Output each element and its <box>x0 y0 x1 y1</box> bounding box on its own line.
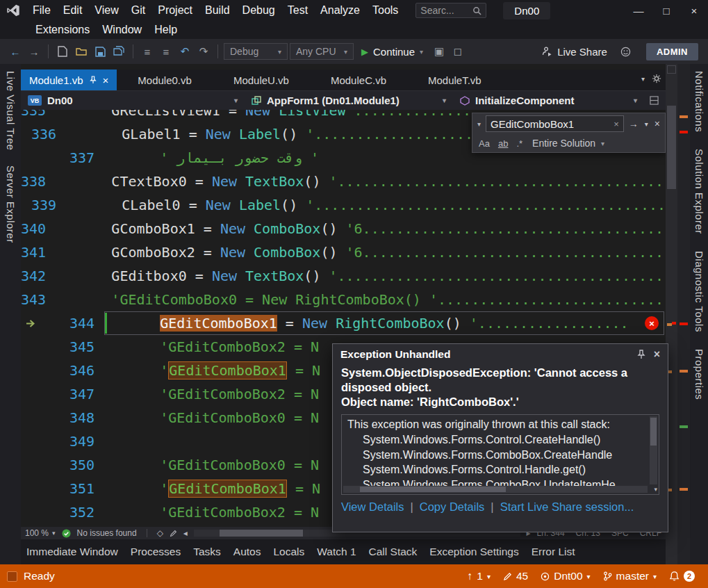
tab-modulet-vb[interactable]: ModuleT.vb <box>407 70 502 90</box>
type-dropdown[interactable]: AppForm1 (Dn01.Module1) ▾ <box>245 91 453 110</box>
panel-tab-autos[interactable]: Autos <box>233 546 261 558</box>
live-share-button[interactable]: Live Share <box>541 46 607 58</box>
save-all-icon[interactable] <box>110 43 127 60</box>
panel-tab-error-list[interactable]: Error List <box>532 546 575 558</box>
maximize-button[interactable]: □ <box>652 1 680 20</box>
pin-icon[interactable] <box>90 76 97 84</box>
panel-tab-call-stack[interactable]: Call Stack <box>369 546 418 558</box>
callstack-vertical-scrollbar[interactable] <box>650 416 657 484</box>
menu-item-build[interactable]: Build <box>199 2 236 19</box>
code-line-344[interactable]: 344 GEditComboBox1 = New RightComboBox()… <box>21 311 666 335</box>
breakpoint-gutter[interactable] <box>21 382 42 406</box>
background-tasks-icon[interactable] <box>7 571 17 582</box>
splitter-grip[interactable] <box>667 65 676 74</box>
tab-module1-vb[interactable]: Module1.vb× <box>21 70 117 90</box>
find-input[interactable]: GEditComboBox1 × <box>486 115 624 132</box>
error-icon[interactable]: × <box>645 316 659 330</box>
outdent-icon[interactable]: ≡ <box>139 43 156 60</box>
navigate-back-icon[interactable]: ← <box>7 43 24 60</box>
notifications-button[interactable]: 2 <box>663 571 701 582</box>
code-line-338[interactable]: 338 CTextBox0 = New TextBox() '.........… <box>21 170 666 193</box>
panel-tab-tasks[interactable]: Tasks <box>193 546 221 558</box>
match-case-toggle[interactable]: Aa <box>479 138 490 149</box>
minimize-button[interactable]: — <box>625 1 652 20</box>
tab-moduleu-vb[interactable]: ModuleU.vb <box>213 70 310 90</box>
code-text[interactable]: 'GEditComboBox2 = N <box>110 386 319 402</box>
panel-tab-watch-1[interactable]: Watch 1 <box>317 546 356 558</box>
find-next-icon[interactable]: → <box>627 118 640 129</box>
menu-item-tools[interactable]: Tools <box>366 2 404 19</box>
breakpoint-gutter[interactable] <box>21 406 42 430</box>
member-dropdown[interactable]: InitializeComponent ▾ <box>453 91 666 110</box>
code-line-340[interactable]: 340 GComboBox1 = New ComboBox() '6......… <box>21 217 666 240</box>
menu-item-analyze[interactable]: Analyze <box>314 2 366 19</box>
code-text[interactable]: GComboBox2 = New ComboBox() '6..........… <box>61 244 666 261</box>
gear-icon[interactable] <box>652 74 661 83</box>
menu-item-file[interactable]: File <box>26 2 57 19</box>
health-status[interactable]: No issues found <box>77 528 137 538</box>
code-line-341[interactable]: 341 GComboBox2 = New ComboBox() '6......… <box>21 240 666 264</box>
scrollbar-thumb[interactable] <box>667 106 676 189</box>
breakpoint-gutter[interactable] <box>21 122 31 146</box>
close-tab-icon[interactable]: × <box>103 74 109 86</box>
platform-dropdown[interactable]: Any CPU ▾ <box>290 43 354 60</box>
tool-tab-notifications[interactable]: Notifications <box>693 71 705 132</box>
expand-replace-icon[interactable]: ▾ <box>476 120 482 128</box>
code-text[interactable]: ' وقت حضور بـيمار ' <box>110 149 319 166</box>
code-text[interactable]: GEditbox0 = New TextBox() '.............… <box>61 268 666 284</box>
menu-item-window[interactable]: Window <box>96 22 148 38</box>
close-find-icon[interactable]: × <box>653 118 661 129</box>
tool-tab-server-explorer[interactable]: Server Explorer <box>5 165 17 243</box>
breakpoint-gutter[interactable] <box>21 430 42 453</box>
edit-tracking-icon[interactable] <box>170 530 177 537</box>
regex-toggle[interactable]: .* <box>516 138 522 149</box>
tool-tab-live-visual-tree[interactable]: Live Visual Tree <box>5 71 17 150</box>
search-input[interactable]: Searc... <box>415 3 486 18</box>
scroll-left-icon[interactable]: ◂ <box>183 528 188 538</box>
code-text[interactable]: 'GEditComboBox1 = N <box>110 362 320 379</box>
menu-item-debug[interactable]: Debug <box>236 2 281 19</box>
code-text[interactable]: CLabel0 = New Label() '.................… <box>72 197 666 213</box>
code-line-339[interactable]: 339 CLabel0 = New Label() '.............… <box>21 193 666 217</box>
branch-button[interactable]: master ▾ <box>597 570 663 582</box>
outgoing-commits-button[interactable]: ↑ 1 ▾ <box>461 570 497 582</box>
chevron-down-icon[interactable]: ▾ <box>643 120 650 128</box>
breakpoint-gutter[interactable] <box>21 453 42 477</box>
panel-tab-immediate-window[interactable]: Immediate Window <box>26 546 118 558</box>
code-text[interactable]: 'GEditComboBox1 = N <box>110 480 320 497</box>
breakpoint-gutter[interactable] <box>21 311 42 335</box>
continue-button[interactable]: ▶ Continue ▾ <box>356 46 429 58</box>
exception-link-view-details[interactable]: View Details <box>341 500 404 514</box>
active-files-dropdown-icon[interactable]: ▾ <box>641 75 645 83</box>
tool-tab-properties[interactable]: Properties <box>693 349 705 400</box>
menu-item-help[interactable]: Help <box>148 22 183 38</box>
menu-item-edit[interactable]: Edit <box>57 2 89 19</box>
break-all-icon[interactable]: ▣ <box>431 43 447 60</box>
code-text[interactable]: GEditComboBox1 = New RightComboBox() '..… <box>110 315 629 332</box>
redo-icon[interactable]: ↷ <box>195 43 212 60</box>
navigate-forward-icon[interactable]: → <box>26 43 42 60</box>
feedback-icon[interactable] <box>618 43 634 60</box>
code-text[interactable]: 'GEditComboBox2 = N <box>110 504 319 521</box>
tool-tab-diagnostic-tools[interactable]: Diagnostic Tools <box>693 251 705 332</box>
repository-button[interactable]: Dnt00 ▾ <box>534 570 596 582</box>
admin-badge[interactable]: ADMIN <box>646 43 698 60</box>
indent-icon[interactable]: ≡ <box>158 43 174 60</box>
project-dropdown[interactable]: VB Dn00 ▾ <box>21 91 245 110</box>
scroll-down-icon[interactable]: ▾ <box>654 486 657 493</box>
callstack-horizontal-scrollbar[interactable] <box>343 486 648 493</box>
menu-item-project[interactable]: Project <box>151 2 199 19</box>
breakpoint-gutter[interactable] <box>21 193 31 217</box>
breakpoint-gutter[interactable] <box>21 335 42 359</box>
search-scope-dropdown[interactable]: Entire Solution ▾ <box>532 138 604 149</box>
code-line-343[interactable]: 343 'GEditComboBox0 = New RightComboBox(… <box>21 288 666 311</box>
match-word-toggle[interactable]: ab <box>498 138 508 149</box>
code-text[interactable]: 'GEditComboBox2 = N <box>110 338 319 355</box>
code-text[interactable]: 'GEditComboBox0 = N <box>110 457 319 473</box>
close-popup-icon[interactable]: × <box>654 348 660 361</box>
exception-link-copy-details[interactable]: Copy Details <box>420 500 485 514</box>
breakpoint-gutter[interactable] <box>21 146 42 170</box>
undo-icon[interactable]: ↶ <box>176 43 193 60</box>
code-text[interactable]: CTextBox0 = New TextBox() '.............… <box>61 173 666 190</box>
code-text[interactable]: GComboBox1 = New ComboBox() '6..........… <box>61 220 666 237</box>
